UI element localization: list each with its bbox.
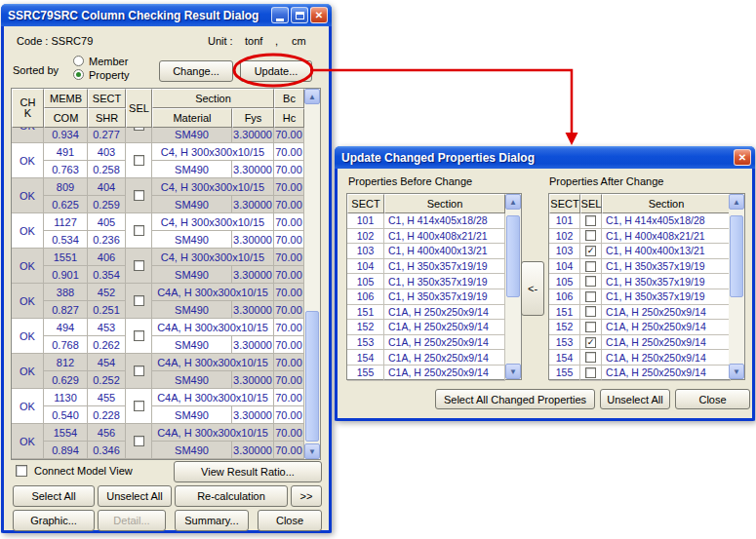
before-list-scrollbar[interactable]: ▲ ▼ [505, 194, 521, 379]
row-select-checkbox[interactable] [134, 155, 144, 166]
select-all-button[interactable]: Select All [13, 485, 95, 507]
close-button[interactable]: Close [675, 389, 750, 409]
maximize-icon[interactable] [291, 7, 308, 23]
row-select-checkbox[interactable] [134, 330, 144, 341]
scroll-up-icon[interactable]: ▲ [729, 194, 744, 210]
table-row[interactable]: OK1130455C4A, H 300x300x10/1570.000.5400… [12, 389, 304, 424]
row-hc: 70.00 [274, 231, 304, 249]
recalculation-button[interactable]: Re-calculation [175, 485, 288, 507]
before-scrollbar-thumb[interactable] [506, 215, 520, 297]
list-section: C1, H 350x357x19/19 [384, 274, 505, 289]
table-row[interactable]: OK388452C4A, H 300x300x10/1570.000.8270.… [12, 284, 304, 319]
table-scrollbar-thumb[interactable] [305, 311, 319, 442]
list-section: C1, H 350x357x19/19 [602, 274, 731, 289]
row-select-checkbox[interactable] [134, 436, 144, 446]
row-hc: 70.00 [274, 128, 304, 143]
header-hc: Hc [274, 108, 304, 128]
header-material: Material [152, 108, 232, 128]
list-sect: 154 [549, 350, 580, 366]
list-section: C1, H 400x408x21/21 [384, 229, 505, 245]
more-button[interactable]: >> [291, 485, 322, 507]
close-icon[interactable]: ✕ [310, 7, 328, 23]
table-row[interactable]: OK812454C4A, H 300x300x10/1570.000.6290.… [12, 354, 304, 389]
row-memb: 1127 [44, 213, 88, 231]
scroll-down-icon[interactable]: ▼ [729, 364, 744, 379]
radio-property-label: Property [89, 69, 130, 81]
row-select-checkbox[interactable] [134, 295, 144, 306]
connect-model-view-checkbox[interactable] [16, 465, 27, 477]
list-sect: 152 [347, 320, 384, 335]
after-list-scrollbar[interactable]: ▲ ▼ [729, 194, 744, 379]
list-select-checkbox[interactable] [585, 306, 596, 317]
row-chk-status: OK [12, 213, 44, 249]
update-dialog-titlebar[interactable]: Update Changed Properties Dialog ✕ [335, 146, 755, 169]
list-select-checkbox[interactable] [585, 276, 596, 287]
before-list-body: 101C1, H 414x405x18/28102C1, H 400x408x2… [347, 213, 521, 381]
view-result-ratio-button[interactable]: View Result Ratio... [174, 461, 322, 482]
move-left-button[interactable]: <- [521, 261, 544, 316]
list-select-checkbox[interactable] [585, 230, 596, 241]
radio-property[interactable] [73, 69, 84, 80]
list-section: C1A, H 250x250x9/14 [384, 335, 505, 351]
row-sect: 456 [88, 424, 126, 442]
list-sect: 151 [347, 305, 384, 321]
list-select-checkbox[interactable] [585, 367, 596, 378]
row-select-checkbox[interactable] [134, 128, 144, 131]
after-scrollbar-thumb[interactable] [730, 215, 743, 297]
connect-model-view-label: Connect Model View [34, 465, 133, 477]
radio-member[interactable] [73, 56, 84, 66]
table-row[interactable]: OK494453C4A, H 300x300x10/1570.000.7680.… [12, 319, 304, 354]
summary-button[interactable]: Summary... [175, 510, 249, 531]
row-select-checkbox[interactable] [134, 190, 144, 201]
list-select-checkbox[interactable]: ✓ [585, 246, 596, 256]
table-row[interactable]: OK1127405C4, H 300x300x10/1570.000.5340.… [12, 213, 304, 249]
update-button[interactable]: Update... [240, 60, 312, 82]
unselect-all-button[interactable]: Unselect All [98, 485, 172, 507]
row-section: C4A, H 300x300x10/15 [152, 389, 274, 406]
table-row[interactable]: OK0.9340.277SM4903.3000070.00 [12, 128, 304, 143]
list-sect: 154 [347, 350, 384, 366]
scroll-down-icon[interactable]: ▼ [505, 364, 521, 379]
header-fys: Fys [232, 108, 274, 128]
list-select-checkbox[interactable] [585, 215, 596, 226]
scroll-up-icon[interactable]: ▲ [505, 194, 521, 210]
list-select-checkbox[interactable]: ✓ [585, 337, 596, 348]
row-chk-status: OK [12, 284, 44, 319]
row-select-checkbox[interactable] [134, 366, 144, 376]
list-select-checkbox[interactable] [585, 322, 596, 332]
change-button[interactable]: Change... [159, 60, 233, 82]
row-hc: 70.00 [274, 442, 304, 459]
close-button[interactable]: Close [258, 510, 322, 531]
scroll-down-icon[interactable]: ▼ [304, 443, 320, 459]
row-select-checkbox[interactable] [134, 401, 144, 411]
list-select-checkbox[interactable] [585, 291, 596, 302]
table-scrollbar[interactable]: ▲ ▼ [304, 89, 320, 459]
list-sect: 101 [549, 213, 580, 229]
row-chk-status: OK [12, 354, 44, 389]
list-sect: 153 [549, 335, 580, 351]
row-shr: 0.354 [88, 266, 126, 284]
close-icon[interactable]: ✕ [734, 149, 751, 166]
list-section: C1, H 350x357x19/19 [602, 289, 731, 305]
list-select-checkbox[interactable] [585, 261, 596, 272]
table-row[interactable]: OK1554456C4A, H 300x300x10/1570.000.8940… [12, 424, 304, 459]
row-bc: 70.00 [274, 143, 304, 161]
row-material: SM490 [152, 371, 232, 389]
row-com: 0.629 [44, 371, 88, 389]
minimize-icon[interactable] [271, 7, 289, 23]
scroll-up-icon[interactable]: ▲ [304, 89, 320, 104]
graphic-button[interactable]: Graphic... [13, 510, 95, 531]
update-changed-properties-dialog: Update Changed Properties Dialog ✕ Prope… [335, 146, 755, 421]
select-all-changed-properties-button[interactable]: Select All Changed Properties [435, 389, 595, 409]
row-select-checkbox[interactable] [134, 225, 144, 236]
table-row[interactable]: OK1551406C4, H 300x300x10/1570.000.9010.… [12, 249, 304, 284]
row-material: SM490 [152, 266, 232, 284]
unselect-all-button[interactable]: Unselect All [600, 389, 670, 409]
table-row[interactable]: OK491403C4, H 300x300x10/1570.000.7630.2… [12, 143, 304, 178]
table-row[interactable]: OK809404C4, H 300x300x10/1570.000.6250.2… [12, 178, 304, 213]
list-select-checkbox[interactable] [585, 352, 596, 363]
row-fys: 3.30000 [232, 161, 274, 178]
code-label: Code : SSRC79 [17, 35, 93, 47]
column-dialog-titlebar[interactable]: SSRC79SRC Column Checking Result Dialog … [1, 4, 332, 26]
row-select-checkbox[interactable] [134, 260, 144, 271]
